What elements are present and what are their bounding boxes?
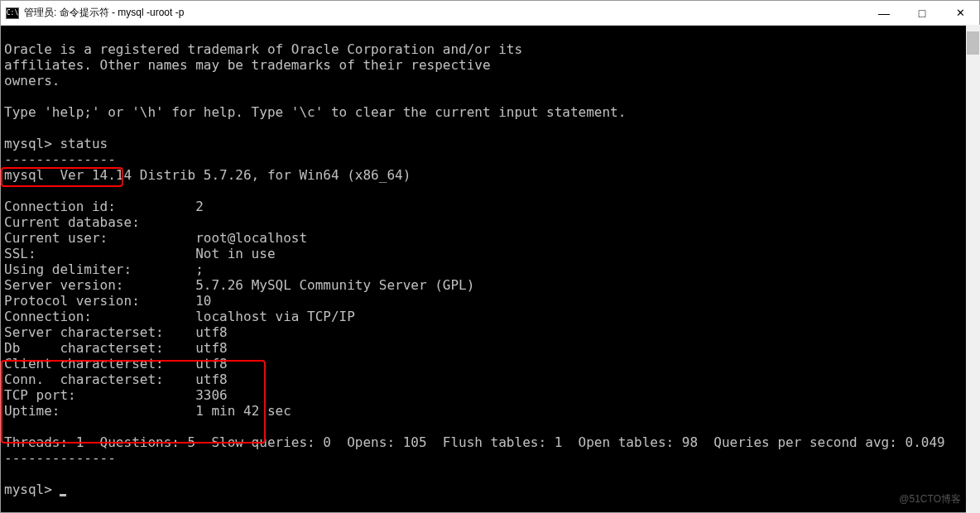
current-database-label: Current database:: [4, 214, 140, 230]
conn-charset-value: utf8: [195, 372, 228, 387]
server-charset-value: utf8: [195, 324, 228, 340]
window-title: 管理员: 命令提示符 - mysql -uroot -p: [24, 6, 865, 20]
maximize-button[interactable]: □: [903, 1, 941, 25]
scroll-thumb[interactable]: [967, 31, 979, 55]
intro-line1: Oracle is a registered trademark of Orac…: [4, 41, 522, 57]
intro-line2: affiliates. Other names may be trademark…: [4, 57, 491, 73]
separator-2: --------------: [4, 450, 116, 466]
separator-1: --------------: [4, 151, 116, 167]
terminal-area[interactable]: Oracle is a registered trademark of Orac…: [1, 26, 979, 512]
ssl-value: Not in use: [195, 246, 275, 261]
prompt-1: mysql>: [4, 136, 52, 151]
connection-value: localhost via TCP/IP: [195, 309, 355, 324]
connection-label: Connection:: [4, 309, 92, 324]
scrollbar[interactable]: [966, 25, 980, 513]
uptime-label: Uptime:: [4, 403, 60, 419]
cursor: [60, 494, 66, 496]
ssl-label: SSL:: [4, 246, 36, 261]
server-version-label: Server version:: [4, 277, 124, 293]
uptime-value: 1 min 42 sec: [195, 403, 291, 419]
version-line: mysql Ver 14.14 Distrib 5.7.26, for Win6…: [4, 167, 411, 183]
using-delimiter-value: ;: [195, 261, 204, 277]
terminal-content: Oracle is a registered trademark of Orac…: [4, 26, 979, 497]
client-charset-label: Client characterset:: [4, 356, 164, 372]
current-user-label: Current user:: [4, 230, 108, 246]
command-prompt-window: C:\ 管理员: 命令提示符 - mysql -uroot -p — □ ✕ O…: [0, 0, 980, 513]
conn-charset-label: Conn. characterset:: [4, 372, 164, 387]
db-charset-label: Db characterset:: [4, 340, 164, 356]
current-user-value: root@localhost: [195, 230, 307, 246]
intro-line3: owners.: [4, 73, 60, 89]
command-status: status: [60, 136, 108, 151]
minimize-button[interactable]: —: [865, 1, 903, 25]
window-controls: — □ ✕: [865, 1, 979, 25]
summary-line: Threads: 1 Questions: 5 Slow queries: 0 …: [4, 434, 945, 450]
titlebar[interactable]: C:\ 管理员: 命令提示符 - mysql -uroot -p — □ ✕: [1, 1, 979, 26]
protocol-version-label: Protocol version:: [4, 293, 140, 309]
server-version-value: 5.7.26 MySQL Community Server (GPL): [195, 277, 474, 293]
connection-id-label: Connection id:: [4, 199, 116, 214]
client-charset-value: utf8: [195, 356, 228, 372]
tcp-port-value: 3306: [195, 387, 228, 403]
connection-id-value: 2: [195, 199, 204, 214]
using-delimiter-label: Using delimiter:: [4, 261, 132, 277]
db-charset-value: utf8: [195, 340, 228, 356]
watermark: @51CTO博客: [899, 491, 961, 507]
prompt-2: mysql>: [4, 482, 52, 497]
tcp-port-label: TCP port:: [4, 387, 76, 403]
close-button[interactable]: ✕: [941, 1, 979, 25]
app-icon: C:\: [6, 7, 19, 19]
protocol-version-value: 10: [195, 293, 211, 309]
server-charset-label: Server characterset:: [4, 324, 164, 340]
help-line: Type 'help;' or '\h' for help. Type '\c'…: [4, 104, 626, 120]
